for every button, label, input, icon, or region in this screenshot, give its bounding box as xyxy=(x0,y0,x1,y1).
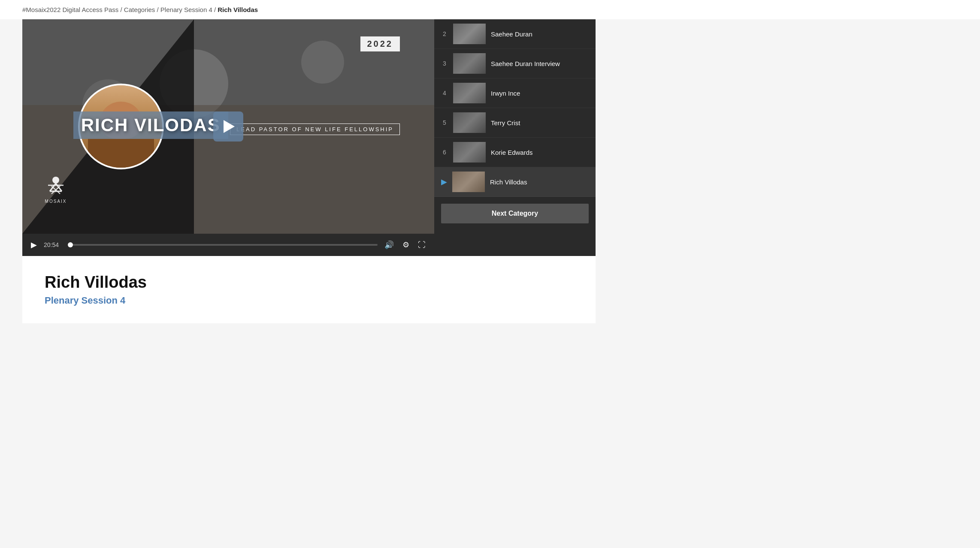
playlist-thumb-active xyxy=(452,172,485,192)
playlist-num-6: 6 xyxy=(441,149,448,156)
breadcrumb-sep2: / xyxy=(157,6,160,13)
playlist-num-3: 3 xyxy=(441,60,448,67)
playlist-item-5[interactable]: 5 Terry Crist xyxy=(434,108,596,138)
speaker-name-box: RICH VILODAS xyxy=(73,111,228,139)
mosaix-logo: MOSAIX xyxy=(44,172,68,204)
video-title-main: Rich Villodas xyxy=(45,273,573,292)
progress-bar[interactable] xyxy=(70,244,378,246)
playing-indicator: ▶ xyxy=(441,177,447,187)
playlist-item-4[interactable]: 4 Irwyn Ince xyxy=(434,78,596,108)
playlist-thumb-5 xyxy=(453,112,486,133)
playlist-name-6: Korie Edwards xyxy=(491,149,589,156)
playlist-item-active[interactable]: ▶ Rich Villodas xyxy=(434,167,596,197)
playlist-thumb-3 xyxy=(453,53,486,74)
progress-dot xyxy=(68,242,73,247)
playlist-num-2: 2 xyxy=(441,30,448,37)
playlist-thumb-2 xyxy=(453,24,486,44)
fullscreen-button[interactable]: ⛶ xyxy=(416,241,427,250)
playlist-num-5: 5 xyxy=(441,119,448,126)
playlist-item-6[interactable]: 6 Korie Edwards xyxy=(434,138,596,167)
settings-icon: ⚙ xyxy=(402,240,409,250)
video-thumbnail[interactable]: 2022 RICH VILODAS LEAD PASTOR OF NEW LIF… xyxy=(22,19,434,234)
speaker-subtitle: LEAD PASTOR OF NEW LIFE FELLOWSHIP xyxy=(230,123,400,135)
breadcrumb: #Mosaix2022 Digital Access Pass / Catego… xyxy=(0,0,980,19)
playlist-name-5: Terry Crist xyxy=(491,119,589,126)
playlist-name-active: Rich Villodas xyxy=(490,178,589,186)
playlist-name-4: Irwyn Ince xyxy=(491,90,589,97)
video-info-section: Rich Villodas Plenary Session 4 xyxy=(22,256,596,323)
playlist-item-2[interactable]: 2 Saehee Duran xyxy=(434,19,596,49)
settings-button[interactable]: ⚙ xyxy=(401,240,411,250)
playlist-item-3[interactable]: 3 Saehee Duran Interview xyxy=(434,49,596,78)
breadcrumb-current: Rich Villodas xyxy=(218,6,258,13)
breadcrumb-categories[interactable]: Categories xyxy=(124,6,155,13)
playlist-name-3: Saehee Duran Interview xyxy=(491,60,589,67)
mosaix-icon xyxy=(44,172,68,196)
playlist-num-4: 4 xyxy=(441,90,448,96)
volume-button[interactable]: 🔊 xyxy=(383,240,396,250)
playlist-thumb-6 xyxy=(453,142,486,163)
next-category-button[interactable]: Next Category xyxy=(441,204,589,223)
fullscreen-icon: ⛶ xyxy=(418,241,426,250)
time-display: 20:54 xyxy=(44,241,65,248)
year-badge: 2022 xyxy=(360,36,400,51)
playlist-thumb-4 xyxy=(453,83,486,103)
play-pause-icon: ▶ xyxy=(31,240,37,250)
volume-icon: 🔊 xyxy=(384,240,394,250)
video-category-label: Plenary Session 4 xyxy=(45,295,573,306)
playlist-sidebar: 2 Saehee Duran 3 Saehee Duran Interview … xyxy=(434,19,596,256)
play-pause-button[interactable]: ▶ xyxy=(29,240,39,250)
play-icon[interactable] xyxy=(213,111,243,142)
mosaix-text: MOSAIX xyxy=(44,199,68,204)
breadcrumb-base[interactable]: #Mosaix2022 Digital Access Pass xyxy=(22,6,118,13)
breadcrumb-session[interactable]: Plenary Session 4 xyxy=(160,6,212,13)
speaker-name-text: RICH VILODAS xyxy=(81,115,221,135)
video-controls-bar: ▶ 20:54 🔊 ⚙ ⛶ xyxy=(22,234,434,256)
video-player: 2022 RICH VILODAS LEAD PASTOR OF NEW LIF… xyxy=(22,19,434,256)
playlist-name-2: Saehee Duran xyxy=(491,30,589,38)
play-button-overlay[interactable] xyxy=(213,111,243,142)
svg-point-5 xyxy=(54,178,58,182)
breadcrumb-sep1: / xyxy=(120,6,124,13)
